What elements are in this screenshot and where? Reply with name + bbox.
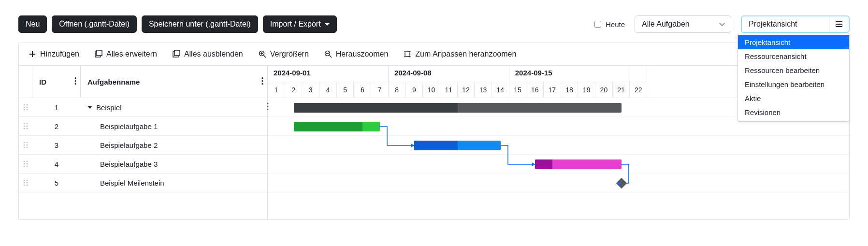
expand-all-button[interactable]: Alles erweitern xyxy=(94,49,158,59)
week-header: 2024-09-15 xyxy=(509,66,630,82)
row-name: Beispiel Meilenstein xyxy=(81,179,267,187)
svg-point-43 xyxy=(27,145,28,146)
svg-point-59 xyxy=(267,105,268,107)
row-id: 4 xyxy=(32,160,81,168)
svg-rect-6 xyxy=(174,50,180,56)
svg-point-27 xyxy=(261,83,263,85)
svg-point-47 xyxy=(27,161,28,162)
progress-bar xyxy=(414,141,457,150)
svg-point-32 xyxy=(24,109,25,111)
week-header: 2024-09-01 xyxy=(268,66,389,82)
topbar: Neu Öffnen (.gantt-Datei) Speichern unte… xyxy=(0,0,868,33)
svg-point-48 xyxy=(24,163,25,165)
row-drag-handle[interactable] xyxy=(19,179,32,187)
progress-bar xyxy=(294,103,458,113)
collapse-all-button[interactable]: Alles ausblenden xyxy=(172,49,244,59)
svg-point-51 xyxy=(27,166,28,167)
task-bar[interactable] xyxy=(294,122,380,131)
expand-caret-icon[interactable] xyxy=(87,106,92,109)
svg-point-33 xyxy=(27,109,28,111)
row-drag-handle[interactable] xyxy=(19,122,32,130)
table-row[interactable]: 5Beispiel Meilenstein xyxy=(19,174,267,192)
day-header: 16 xyxy=(526,82,544,98)
view-option-5[interactable]: Revisionen xyxy=(738,105,849,119)
task-filter-select[interactable]: Alle Aufgaben xyxy=(635,15,731,33)
milestone-marker[interactable] xyxy=(616,178,627,189)
zoom-out-button[interactable]: Herauszoomen xyxy=(323,49,390,59)
column-name-menu[interactable] xyxy=(261,77,263,87)
task-name-text: Beispielaufgabe 2 xyxy=(100,141,158,149)
svg-rect-4 xyxy=(97,50,102,56)
svg-point-35 xyxy=(27,123,28,125)
svg-point-36 xyxy=(24,126,25,127)
svg-point-29 xyxy=(27,104,28,106)
new-button[interactable]: Neu xyxy=(18,15,47,33)
svg-point-16 xyxy=(405,56,406,58)
column-id-label: ID xyxy=(39,78,46,86)
svg-point-52 xyxy=(24,180,25,181)
week-header: 2024-09-08 xyxy=(389,66,509,82)
zoom-in-button[interactable]: Vergrößern xyxy=(258,49,310,59)
column-name[interactable]: Aufgabenname xyxy=(81,66,267,98)
zoom-fit-button[interactable]: Zum Anpassen heranzoomen xyxy=(403,49,517,59)
svg-point-42 xyxy=(24,145,25,146)
svg-point-38 xyxy=(24,128,25,130)
view-select[interactable]: Projektansicht ProjektansichtRessourcena… xyxy=(741,15,850,33)
svg-point-26 xyxy=(261,80,263,82)
table-row[interactable]: 3Beispielaufgabe 2 xyxy=(19,136,267,155)
column-id-menu[interactable] xyxy=(74,77,76,87)
day-header: 9 xyxy=(406,82,423,98)
burger-icon xyxy=(835,21,843,28)
summary-bar[interactable] xyxy=(294,103,622,113)
row-drag-handle[interactable] xyxy=(19,141,32,149)
day-header: 3 xyxy=(302,82,319,98)
column-id[interactable]: ID xyxy=(32,66,81,98)
svg-point-24 xyxy=(74,83,76,85)
today-toggle[interactable]: Heute xyxy=(593,19,625,29)
task-name-text: Beispiel xyxy=(96,103,122,112)
svg-point-40 xyxy=(24,142,25,144)
view-menu-button[interactable] xyxy=(829,16,849,32)
import-export-label: Import / Export xyxy=(270,20,321,29)
row-drag-handle[interactable] xyxy=(19,160,32,168)
view-option-0[interactable]: Projektansicht xyxy=(738,35,849,49)
view-option-4[interactable]: Aktie xyxy=(738,91,849,105)
zoom-out-icon xyxy=(324,50,332,58)
svg-point-56 xyxy=(24,185,25,186)
task-filter-label: Alle Aufgaben xyxy=(642,20,690,29)
view-option-2[interactable]: Ressourcen bearbeiten xyxy=(738,63,849,77)
svg-point-54 xyxy=(24,182,25,184)
today-checkbox[interactable] xyxy=(594,21,601,28)
svg-point-22 xyxy=(74,77,76,79)
view-option-3[interactable]: Einstellungen bearbeiten xyxy=(738,77,849,91)
table-row[interactable]: 1Beispiel xyxy=(19,98,267,117)
svg-point-44 xyxy=(24,147,25,148)
table-row[interactable]: 2Beispielaufgabe 1 xyxy=(19,117,267,136)
drag-handle-icon xyxy=(23,141,28,149)
import-export-button[interactable]: Import / Export xyxy=(263,15,337,33)
row-id: 3 xyxy=(32,141,81,149)
view-dropdown: ProjektansichtRessourcenansichtRessource… xyxy=(738,33,850,122)
task-name-text: Beispiel Meilenstein xyxy=(100,179,164,187)
svg-point-25 xyxy=(261,77,263,79)
task-bar[interactable] xyxy=(535,159,622,169)
progress-bar xyxy=(294,122,363,131)
column-resizer[interactable] xyxy=(267,101,269,114)
table-row[interactable]: 4Beispielaufgabe 3 xyxy=(19,155,267,174)
view-option-1[interactable]: Ressourcenansicht xyxy=(738,49,849,63)
chevron-down-icon xyxy=(719,20,725,29)
gantt-grid: ID Aufgabenname 1Beispiel2Beispielaufgab… xyxy=(19,66,849,219)
day-header: 12 xyxy=(458,82,475,98)
table-header: ID Aufgabenname xyxy=(19,66,267,98)
view-select-label[interactable]: Projektansicht xyxy=(742,16,829,32)
svg-point-17 xyxy=(409,56,411,58)
row-name: Beispielaufgabe 1 xyxy=(81,122,267,130)
svg-point-28 xyxy=(24,104,25,106)
day-header: 11 xyxy=(440,82,458,98)
zoom-fit-icon xyxy=(404,50,411,58)
row-drag-handle[interactable] xyxy=(19,103,32,111)
open-button[interactable]: Öffnen (.gantt-Datei) xyxy=(52,15,137,33)
task-bar[interactable] xyxy=(414,141,501,150)
save-button[interactable]: Speichern unter (.gantt-Datei) xyxy=(142,15,258,33)
add-task-button[interactable]: Hinzufügen xyxy=(28,49,80,59)
